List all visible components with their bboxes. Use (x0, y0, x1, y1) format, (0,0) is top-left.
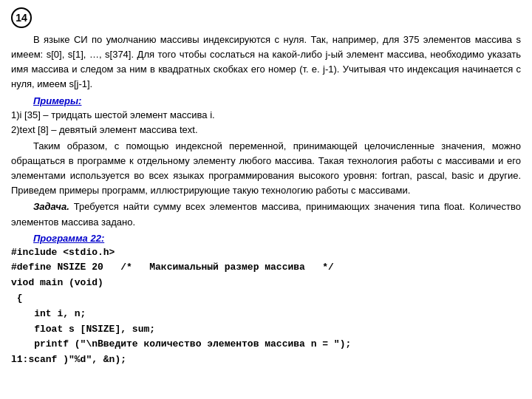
code-line-8: l1:scanf )"%d", &n); (11, 352, 521, 368)
code-line-5: int i, n; (11, 307, 521, 322)
code-line-4: { (11, 291, 521, 307)
example1-line: 1)i [35] – тридцать шестой элемент масси… (11, 108, 521, 123)
code-line-1: #include <stdio.h> (11, 245, 521, 261)
code-line-2: #define NSIZE 20 /* Максимальный размер … (11, 260, 521, 276)
paragraph1: В языке СИ по умолчанию массивы индексир… (11, 33, 521, 92)
paragraph2: Таким образом, с помощью индексной перем… (11, 139, 521, 199)
examples-header: Примеры: (33, 95, 521, 106)
task-text: Требуется найти сумму всех элементов мас… (11, 201, 521, 227)
program-header: Программа 22: (33, 233, 521, 244)
code-block: #include <stdio.h> #define NSIZE 20 /* М… (11, 245, 521, 368)
code-line-7: printf ("\nВведите количество элементов … (11, 337, 521, 352)
example2-line: 2)text [8] – девятый элемент массива tex… (11, 123, 521, 137)
page-number-circle: 14 (11, 7, 32, 28)
page-container: 14 В языке СИ по умолчанию массивы индек… (11, 7, 521, 368)
code-line-6: float s [NSIZE], sum; (11, 322, 521, 338)
task-line: Задача. Требуется найти сумму всех элеме… (11, 200, 521, 229)
task-label: Задача. (33, 201, 69, 212)
code-line-3: viod main (void) (11, 276, 521, 291)
